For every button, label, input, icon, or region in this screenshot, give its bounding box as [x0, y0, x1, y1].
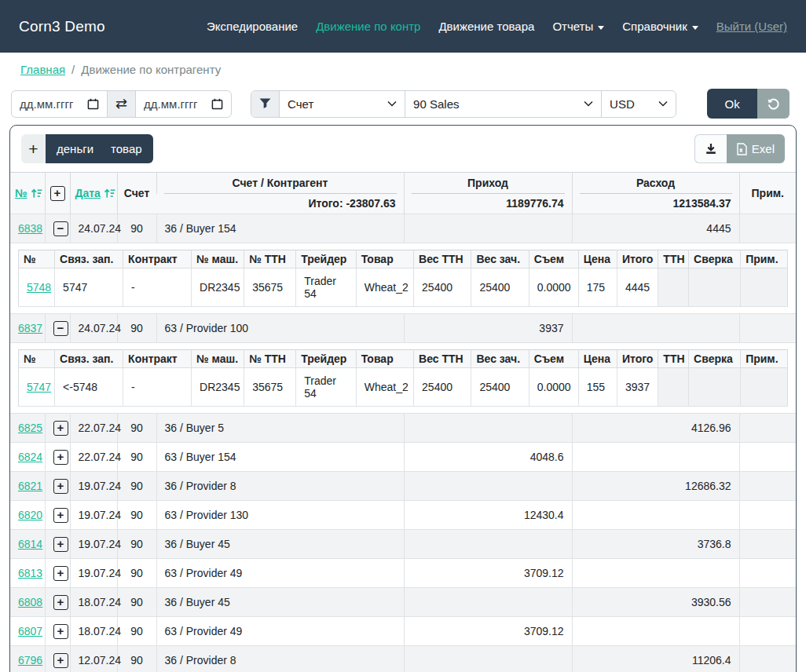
account-select[interactable]: Счет — [279, 91, 405, 117]
row-account-cell: 90 — [117, 646, 156, 672]
nav-item-goods-movement[interactable]: Движение товара — [438, 20, 534, 33]
nav-item-counterparty-movement[interactable]: Движение по контр — [316, 20, 420, 33]
download-button[interactable] — [694, 134, 727, 163]
detail-ttn_doc-cell — [658, 368, 689, 407]
app-brand[interactable]: Corn3 Demo — [19, 18, 105, 35]
detail-price-cell: 175 — [578, 268, 617, 307]
detail-price-cell: 155 — [578, 368, 617, 407]
row-account-cell: 90 — [117, 588, 156, 617]
detail-cell: №Связ. зап.Контракт№ маш.№ ТТНТрейдерТов… — [10, 343, 796, 414]
row-id-cell: 6820 — [10, 501, 45, 530]
currency-select[interactable]: USD — [601, 91, 676, 117]
tab-goods[interactable]: товар — [111, 142, 142, 155]
nav-item-expediting[interactable]: Экспедирование — [207, 20, 298, 33]
nav-item-directory-dropdown[interactable]: Справочник — [622, 20, 698, 33]
expand-row-button[interactable]: + — [53, 421, 68, 436]
row-account-cell: 90 — [117, 443, 156, 472]
row-account-cell: 90 — [117, 530, 156, 559]
detail-num-cell: 5748 — [19, 268, 55, 307]
detail-total-cell: 3937 — [617, 368, 658, 407]
row-account-cell: 90 — [117, 314, 156, 343]
row-id-link[interactable]: 6825 — [18, 422, 42, 434]
row-id-link[interactable]: 6808 — [18, 596, 42, 608]
tab-money[interactable]: деньги — [57, 142, 93, 155]
row-date-cell: 18.07.24 — [70, 588, 117, 617]
breadcrumb-home-link[interactable]: Главная — [20, 63, 65, 76]
detail-id-link[interactable]: 5748 — [27, 281, 51, 294]
report-select[interactable]: 90 Sales — [405, 91, 601, 117]
row-id-cell: 6808 — [10, 588, 45, 617]
row-income-cell: 3709.12 — [404, 559, 572, 588]
row-id-cell: 6807 — [10, 617, 45, 646]
detail-column-header: Съем — [529, 250, 578, 268]
row-note-cell — [739, 530, 796, 559]
row-id-link[interactable]: 6824 — [18, 451, 42, 463]
navbar: Corn3 Demo Экспедирование Движение по ко… — [0, 0, 806, 53]
add-record-button[interactable]: + — [21, 134, 46, 163]
calendar-icon[interactable] — [211, 98, 223, 110]
calendar-icon[interactable] — [87, 98, 99, 110]
row-id-link[interactable]: 6813 — [18, 567, 42, 579]
detail-goods-cell: Wheat_2 — [356, 268, 413, 307]
detail-trader-cell: Trader 54 — [296, 368, 357, 407]
date-from-input[interactable] — [20, 97, 87, 111]
excel-export-button[interactable]: Exel — [727, 134, 785, 163]
row-id-link[interactable]: 6821 — [18, 480, 42, 492]
row-id-cell: 6821 — [10, 472, 45, 501]
expand-row-button[interactable]: + — [53, 508, 68, 523]
swap-dates-button[interactable]: ⇄ — [107, 91, 135, 117]
detail-trader-cell: Trader 54 — [296, 268, 357, 307]
detail-id-link[interactable]: 5747 — [27, 381, 51, 393]
row-id-link[interactable]: 6820 — [18, 509, 42, 521]
sort-by-date[interactable]: Дата — [75, 187, 115, 199]
detail-column-header: ТТН — [658, 350, 689, 368]
party-total-cell: Итого: -23807.63 — [156, 194, 404, 214]
detail-column-header: Итого — [617, 350, 658, 368]
row-note-cell — [739, 472, 796, 501]
row-expense-cell: 11206.4 — [572, 646, 739, 672]
nav-item-reports-dropdown[interactable]: Отчеты — [552, 20, 604, 33]
row-id-cell: 6796 — [10, 646, 45, 672]
sort-by-number[interactable]: № — [15, 187, 42, 199]
reset-button[interactable] — [757, 89, 790, 119]
detail-column-header: Вес ТТН — [414, 350, 471, 368]
row-expense-cell — [572, 617, 739, 646]
expand-all-button[interactable]: + — [50, 186, 65, 201]
expand-row-button[interactable]: + — [53, 653, 68, 668]
detail-column-header: Контракт — [123, 250, 192, 268]
row-id-link[interactable]: 6838 — [18, 222, 42, 235]
row-id-link[interactable]: 6814 — [18, 538, 42, 550]
row-id-link[interactable]: 6807 — [18, 625, 42, 637]
row-id-link[interactable]: 6796 — [18, 654, 42, 667]
party-total: -23807.63 — [346, 197, 395, 210]
row-expand-cell: + — [45, 501, 70, 530]
expand-row-button[interactable]: + — [53, 566, 68, 581]
row-id-link[interactable]: 6837 — [18, 322, 42, 334]
expand-row-button[interactable]: + — [53, 537, 68, 552]
detail-goods-cell: Wheat_2 — [356, 368, 413, 407]
row-date-cell: 19.07.24 — [70, 472, 117, 501]
expand-row-button[interactable]: + — [53, 624, 68, 639]
row-date-cell: 22.07.24 — [70, 414, 117, 443]
row-income-cell: 4048.6 — [404, 443, 572, 472]
ok-button[interactable]: Ok — [707, 89, 757, 119]
collapse-row-button[interactable]: − — [53, 321, 68, 336]
row-date-cell: 24.07.24 — [70, 214, 117, 243]
row-note-cell — [739, 443, 796, 472]
expand-row-button[interactable]: + — [53, 450, 68, 465]
expand-row-button[interactable]: + — [53, 595, 68, 610]
table-row: 6796+12.07.249036 / Provider 811206.4 — [10, 646, 796, 672]
date-to-input[interactable] — [144, 97, 211, 111]
logout-link[interactable]: Выйти (User) — [716, 20, 787, 33]
detail-column-header: № маш. — [192, 350, 244, 368]
row-date-cell: 22.07.24 — [70, 443, 117, 472]
filter-funnel-icon — [259, 98, 271, 109]
row-party-cell: 36 / Buyer 154 — [156, 214, 404, 243]
expand-row-button[interactable]: + — [53, 479, 68, 494]
collapse-row-button[interactable]: − — [53, 221, 68, 236]
detail-weight_ttn-cell: 25400 — [414, 268, 471, 307]
row-party-cell: 36 / Buyer 5 — [156, 414, 404, 443]
chevron-down-icon — [387, 100, 397, 107]
row-id-cell: 6837 — [10, 314, 45, 343]
row-account-cell: 90 — [117, 501, 156, 530]
